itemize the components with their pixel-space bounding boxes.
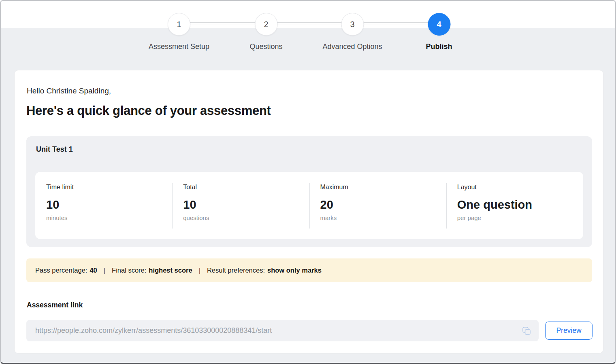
stat-label: Total	[183, 184, 309, 191]
stat-sublabel: questions	[183, 214, 309, 221]
stat-label: Layout	[457, 184, 583, 191]
assessment-name: Unit Test 1	[36, 145, 73, 154]
banner-separator: |	[199, 267, 200, 274]
step-1-number: 1	[177, 20, 181, 29]
stat-value: One question	[457, 198, 583, 212]
greeting: Hello Christine Spalding,	[27, 87, 111, 95]
pass-percentage-value: 40	[90, 267, 97, 274]
step-assessment-setup[interactable]: 1 Assessment Setup	[149, 13, 209, 51]
stat-maximum-marks: Maximum 20 marks	[309, 172, 446, 239]
assessment-link-field[interactable]: https://people.zoho.com/zylkerr/assessme…	[26, 320, 539, 341]
stat-value: 20	[320, 198, 446, 212]
step-advanced-options[interactable]: 3 Advanced Options	[322, 13, 382, 51]
banner-separator: |	[104, 267, 105, 274]
stat-sublabel: per page	[457, 214, 583, 221]
preferences-banner: Pass percentage: 40 | Final score: highe…	[26, 258, 592, 282]
stat-value: 10	[183, 198, 309, 212]
step-4-circle: 4	[428, 13, 450, 36]
stat-label: Time limit	[46, 184, 172, 191]
assessment-summary-panel: Unit Test 1 Time limit 10 minutes Total …	[26, 136, 592, 247]
stat-label: Maximum	[320, 184, 446, 191]
assessment-link-url: https://people.zoho.com/zylkerr/assessme…	[35, 326, 272, 335]
step-4-label: Publish	[426, 42, 452, 51]
step-2-number: 2	[264, 20, 268, 29]
stat-sublabel: minutes	[46, 214, 172, 221]
stat-value: 10	[46, 198, 172, 212]
step-questions[interactable]: 2 Questions	[249, 13, 282, 51]
final-score-value: highest score	[149, 267, 192, 274]
step-2-circle: 2	[255, 13, 277, 36]
stat-total-questions: Total 10 questions	[172, 172, 309, 239]
step-3-circle: 3	[341, 13, 364, 36]
copy-icon[interactable]	[521, 325, 532, 336]
stat-time-limit: Time limit 10 minutes	[35, 172, 172, 239]
step-1-label: Assessment Setup	[149, 42, 209, 51]
pass-percentage-label: Pass percentage:	[35, 267, 87, 274]
step-2-label: Questions	[249, 42, 282, 51]
stat-sublabel: marks	[320, 214, 446, 221]
step-publish[interactable]: 4 Publish	[426, 13, 452, 51]
stat-layout: Layout One question per page	[446, 172, 583, 239]
final-score-label: Final score:	[112, 267, 146, 274]
preview-button[interactable]: Preview	[545, 322, 593, 340]
result-preferences-label: Result preferences:	[207, 267, 265, 274]
assessment-publish-screen: 1 Assessment Setup 2 Questions 3 Advance…	[0, 0, 616, 364]
stats-card: Time limit 10 minutes Total 10 questions…	[35, 172, 583, 239]
step-1-circle: 1	[168, 13, 190, 36]
result-preferences-value: show only marks	[267, 267, 322, 274]
stepper-connector-line	[179, 22, 439, 25]
summary-card: Hello Christine Spalding, Here's a quick…	[14, 70, 603, 353]
step-3-label: Advanced Options	[322, 42, 382, 51]
page-title: Here's a quick glance of your assessment	[26, 104, 271, 118]
assessment-link-label: Assessment link	[27, 301, 83, 309]
step-4-number: 4	[437, 20, 441, 29]
step-3-number: 3	[350, 20, 354, 29]
